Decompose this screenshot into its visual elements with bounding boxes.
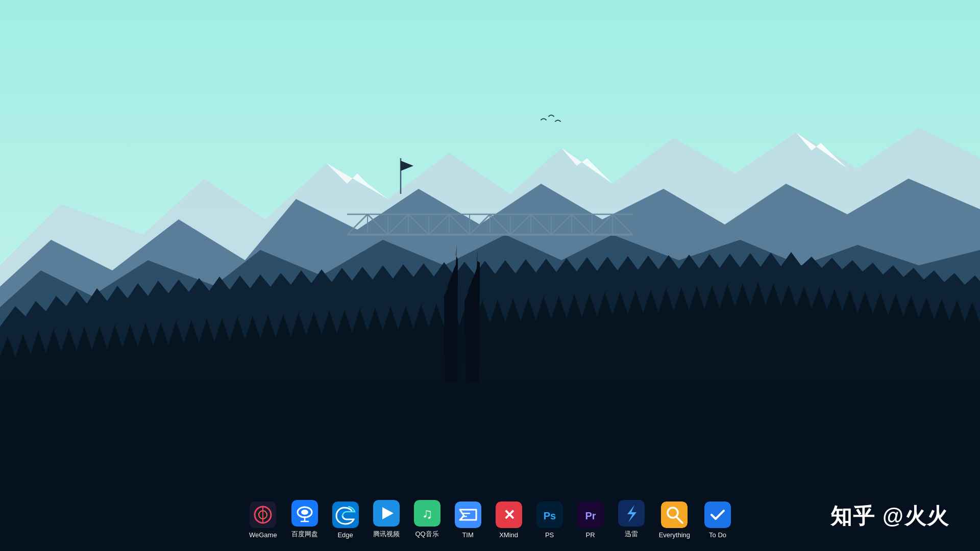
todo-label: To Do (709, 531, 726, 539)
taskbar-icons: WeGame 百度网盘 Edge 腾讯视频 ♫ QQ音乐 TIM ✕ XMind… (244, 497, 736, 542)
svg-text:Ps: Ps (543, 510, 555, 521)
taskbar-app-everything[interactable]: Everything (654, 498, 695, 542)
taskbar-app-ps[interactable]: Ps PS (531, 498, 568, 542)
svg-text:♫: ♫ (422, 506, 432, 521)
svg-rect-61 (704, 502, 731, 528)
wegame-icon (250, 502, 276, 528)
svg-rect-39 (302, 516, 308, 518)
svg-rect-47 (455, 502, 481, 528)
qq-music-icon: ♫ (414, 500, 440, 527)
ps-icon: Ps (536, 502, 563, 528)
todo-icon (704, 502, 731, 528)
taskbar-app-baidu-netdisk[interactable]: 百度网盘 (286, 497, 323, 542)
svg-rect-58 (661, 502, 688, 528)
tencent-video-icon (373, 500, 400, 527)
taskbar-app-tencent-video[interactable]: 腾讯视频 (368, 497, 405, 542)
svg-rect-48 (462, 513, 470, 514)
svg-point-38 (301, 510, 308, 515)
qq-music-label: QQ音乐 (415, 530, 439, 539)
everything-label: Everything (659, 531, 690, 539)
pr-label: PR (586, 531, 595, 539)
baidu-netdisk-label: 百度网盘 (291, 530, 318, 539)
tencent-video-label: 腾讯视频 (373, 530, 400, 539)
xmind-icon: ✕ (496, 502, 522, 528)
wegame-label: WeGame (249, 531, 277, 539)
xunlei-label: 迅雷 (625, 530, 638, 539)
taskbar-app-qq-music[interactable]: ♫ QQ音乐 (409, 497, 446, 542)
pr-icon: Pr (577, 502, 604, 528)
tim-label: TIM (462, 531, 473, 539)
taskbar-app-edge[interactable]: Edge (327, 498, 364, 542)
edge-icon (332, 502, 359, 528)
watermark: 知乎 @火火 (830, 502, 949, 531)
ps-label: PS (545, 531, 554, 539)
xunlei-icon (618, 500, 645, 527)
everything-icon (661, 502, 688, 528)
taskbar-app-pr[interactable]: Pr PR (572, 498, 609, 542)
taskbar-app-tim[interactable]: TIM (450, 498, 486, 542)
baidu-netdisk-icon (291, 500, 318, 527)
tim-icon (455, 502, 481, 528)
wallpaper (0, 0, 980, 551)
xmind-label: XMind (499, 531, 518, 539)
svg-text:✕: ✕ (503, 507, 514, 523)
taskbar-app-xmind[interactable]: ✕ XMind (491, 498, 527, 542)
taskbar-app-wegame[interactable]: WeGame (244, 498, 282, 542)
taskbar-app-todo[interactable]: To Do (699, 498, 736, 542)
svg-text:Pr: Pr (585, 510, 596, 521)
svg-rect-49 (462, 516, 467, 517)
taskbar-app-xunlei[interactable]: 迅雷 (613, 497, 650, 542)
edge-label: Edge (337, 531, 353, 539)
